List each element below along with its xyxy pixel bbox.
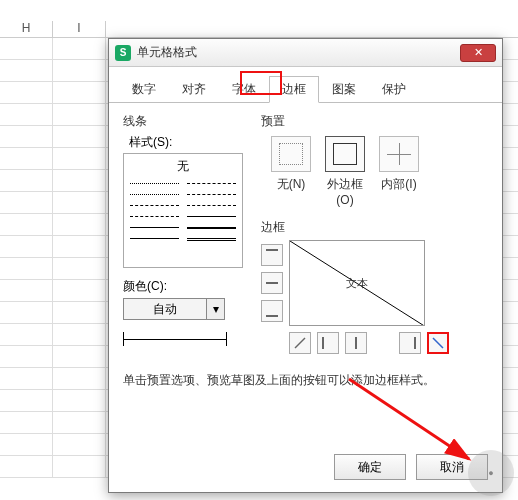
style-option[interactable] xyxy=(130,179,179,187)
svg-rect-2 xyxy=(266,315,278,317)
tab-align[interactable]: 对齐 xyxy=(169,76,219,103)
svg-rect-0 xyxy=(266,249,278,251)
hint-text: 单击预置选项、预览草图及上面的按钮可以添加边框样式。 xyxy=(123,372,488,389)
cell[interactable] xyxy=(0,170,53,191)
border-preview[interactable]: 文本 xyxy=(289,240,425,326)
cell[interactable] xyxy=(0,38,53,59)
cell[interactable] xyxy=(53,412,106,433)
tab-font[interactable]: 字体 xyxy=(219,76,269,103)
style-option[interactable] xyxy=(187,201,236,209)
close-button[interactable]: ✕ xyxy=(460,44,496,62)
style-label: 样式(S): xyxy=(129,134,243,151)
cell[interactable] xyxy=(0,434,53,455)
preset-outline-button[interactable] xyxy=(325,136,365,172)
border-left-button[interactable] xyxy=(317,332,339,354)
style-option[interactable] xyxy=(187,223,236,231)
color-select[interactable]: 自动 xyxy=(123,298,207,320)
cell[interactable] xyxy=(0,390,53,411)
cell[interactable] xyxy=(0,148,53,169)
ok-button[interactable]: 确定 xyxy=(334,454,406,480)
cell[interactable] xyxy=(0,192,53,213)
cell[interactable] xyxy=(53,258,106,279)
svg-line-8 xyxy=(433,338,443,348)
style-option[interactable] xyxy=(130,234,179,242)
cell[interactable] xyxy=(0,60,53,81)
border-diag-up-button[interactable] xyxy=(289,332,311,354)
svg-rect-6 xyxy=(355,337,357,349)
cell-format-dialog: S 单元格格式 ✕ 数字 对齐 字体 边框 图案 保护 线条 样式(S): 无 xyxy=(108,38,503,493)
style-option[interactable] xyxy=(130,223,179,231)
cell[interactable] xyxy=(53,82,106,103)
cell[interactable] xyxy=(53,192,106,213)
cell[interactable] xyxy=(0,126,53,147)
cell[interactable] xyxy=(53,346,106,367)
watermark-icon: ● xyxy=(468,450,514,496)
cell[interactable] xyxy=(0,324,53,345)
cell[interactable] xyxy=(0,302,53,323)
dialog-tabs: 数字 对齐 字体 边框 图案 保护 xyxy=(109,67,502,103)
border-right-button[interactable] xyxy=(399,332,421,354)
cell[interactable] xyxy=(53,280,106,301)
cell[interactable] xyxy=(0,368,53,389)
tab-border[interactable]: 边框 xyxy=(269,76,319,103)
cell[interactable] xyxy=(53,456,106,477)
preset-none-button[interactable] xyxy=(271,136,311,172)
cell[interactable] xyxy=(53,104,106,125)
color-dropdown-button[interactable]: ▾ xyxy=(207,298,225,320)
col-header[interactable]: H xyxy=(0,21,53,37)
dialog-content: 线条 样式(S): 无 xyxy=(109,103,502,399)
cell[interactable] xyxy=(53,434,106,455)
app-icon: S xyxy=(115,45,131,61)
dialog-footer: 确定 取消 xyxy=(334,454,488,480)
style-option[interactable] xyxy=(187,190,236,198)
style-option[interactable] xyxy=(130,190,179,198)
style-option[interactable] xyxy=(130,212,179,220)
cell[interactable] xyxy=(0,280,53,301)
preview-text: 文本 xyxy=(346,276,368,291)
svg-rect-5 xyxy=(322,337,324,349)
tab-number[interactable]: 数字 xyxy=(119,76,169,103)
cell[interactable] xyxy=(53,390,106,411)
cell[interactable] xyxy=(53,170,106,191)
cell[interactable] xyxy=(53,126,106,147)
cell[interactable] xyxy=(53,302,106,323)
style-option[interactable] xyxy=(187,234,236,242)
cell[interactable] xyxy=(53,38,106,59)
cell[interactable] xyxy=(53,214,106,235)
cell[interactable] xyxy=(0,456,53,477)
lines-label: 线条 xyxy=(123,113,243,130)
style-option[interactable] xyxy=(187,179,236,187)
border-diag-down-button[interactable] xyxy=(427,332,449,354)
color-label: 颜色(C): xyxy=(123,278,243,295)
border-top-button[interactable] xyxy=(261,244,283,266)
style-none[interactable]: 无 xyxy=(130,158,236,175)
preset-inside-button[interactable] xyxy=(379,136,419,172)
border-mid-v-button[interactable] xyxy=(345,332,367,354)
style-option[interactable] xyxy=(187,212,236,220)
cell[interactable] xyxy=(0,346,53,367)
cell[interactable] xyxy=(53,148,106,169)
tab-protect[interactable]: 保护 xyxy=(369,76,419,103)
cell[interactable] xyxy=(0,82,53,103)
cell[interactable] xyxy=(0,214,53,235)
style-list[interactable]: 无 xyxy=(123,153,243,268)
border-mid-h-button[interactable] xyxy=(261,272,283,294)
svg-line-4 xyxy=(295,338,305,348)
style-option[interactable] xyxy=(130,201,179,209)
line-preview xyxy=(123,332,227,346)
cell[interactable] xyxy=(53,368,106,389)
column-headers: H I xyxy=(0,0,518,38)
cell[interactable] xyxy=(0,104,53,125)
cell[interactable] xyxy=(53,236,106,257)
tab-pattern[interactable]: 图案 xyxy=(319,76,369,103)
cell[interactable] xyxy=(53,324,106,345)
cell[interactable] xyxy=(0,236,53,257)
dialog-titlebar[interactable]: S 单元格格式 ✕ xyxy=(109,39,502,67)
svg-rect-7 xyxy=(414,337,416,349)
col-header[interactable]: I xyxy=(53,21,106,37)
preset-none-label: 无(N) xyxy=(271,176,311,207)
cell[interactable] xyxy=(0,412,53,433)
cell[interactable] xyxy=(53,60,106,81)
border-bottom-button[interactable] xyxy=(261,300,283,322)
cell[interactable] xyxy=(0,258,53,279)
